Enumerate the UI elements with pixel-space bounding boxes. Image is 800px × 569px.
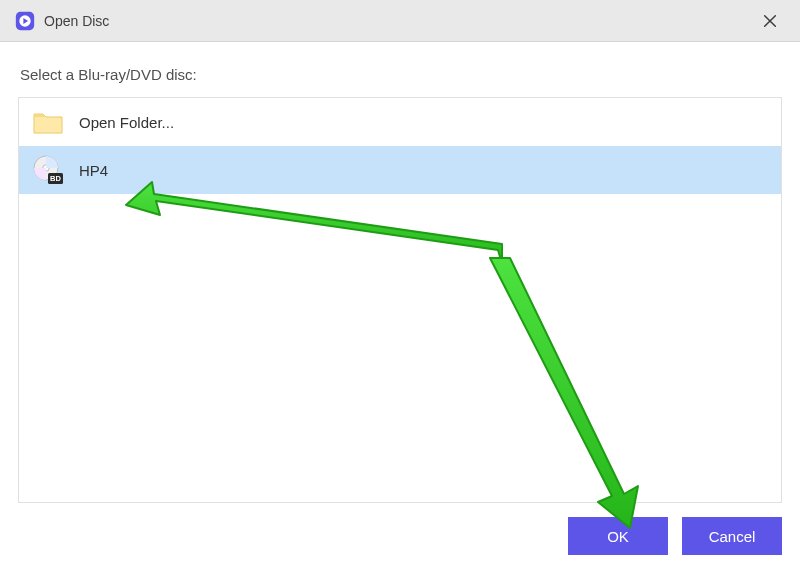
titlebar: Open Disc [0, 0, 800, 42]
prompt-text: Select a Blu-ray/DVD disc: [20, 66, 782, 83]
disc-list[interactable]: Open Folder... BD HP4 [18, 97, 782, 503]
list-item-label: Open Folder... [79, 114, 174, 131]
svg-text:BD: BD [50, 174, 61, 183]
list-item-label: HP4 [79, 162, 108, 179]
folder-icon [31, 105, 65, 139]
open-disc-dialog: Open Disc Select a Blu-ray/DVD disc: Ope… [0, 0, 800, 569]
ok-button[interactable]: OK [568, 517, 668, 555]
window-title: Open Disc [44, 13, 109, 29]
dialog-buttons: OK Cancel [18, 503, 782, 555]
bd-disc-icon: BD [31, 153, 65, 187]
close-button[interactable] [752, 3, 788, 39]
close-icon [762, 13, 778, 29]
app-icon [14, 10, 36, 32]
cancel-button[interactable]: Cancel [682, 517, 782, 555]
list-item-hp4[interactable]: BD HP4 [19, 146, 781, 194]
dialog-body: Select a Blu-ray/DVD disc: Open Folder..… [0, 42, 800, 569]
list-item-open-folder[interactable]: Open Folder... [19, 98, 781, 146]
